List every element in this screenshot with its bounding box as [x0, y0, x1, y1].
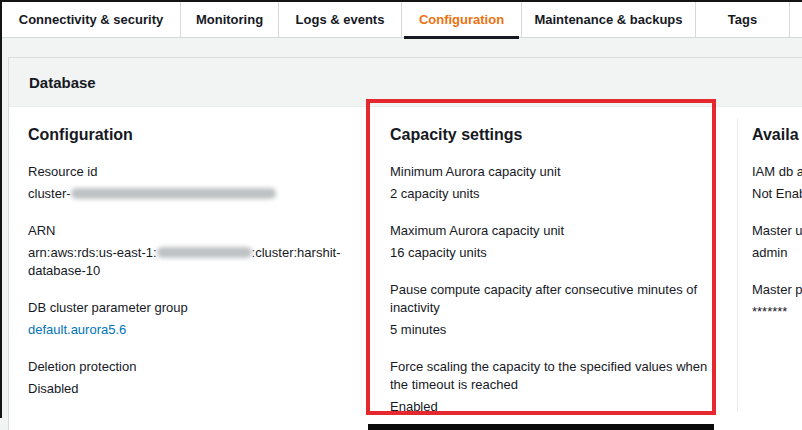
field-label: Master u: [752, 222, 802, 240]
redacted-value-blur: [71, 188, 276, 199]
tab-configuration[interactable]: Configuration: [402, 2, 522, 37]
field-label: Master p: [752, 281, 802, 299]
field-label: DB cluster parameter group: [28, 299, 360, 317]
configuration-column: Configuration Resource id cluster- ARN a…: [28, 107, 360, 417]
field-value: Not Enab: [752, 185, 802, 203]
field-value: 16 capacity units: [390, 244, 712, 262]
field-label: Force scaling the capacity to the specif…: [390, 358, 712, 394]
availability-heading: Availa: [752, 125, 802, 145]
tab-connectivity-security[interactable]: Connectivity & security: [2, 2, 181, 37]
configuration-heading: Configuration: [28, 125, 360, 145]
field-max-capacity: Maximum Aurora capacity unit 16 capacity…: [390, 222, 712, 262]
capacity-settings-column: Capacity settings Minimum Aurora capacit…: [390, 107, 712, 430]
field-resource-id: Resource id cluster-: [28, 163, 360, 203]
tab-monitoring[interactable]: Monitoring: [181, 2, 279, 37]
field-master-username: Master u admin: [752, 222, 802, 262]
field-iam-db-auth: IAM db a Not Enab: [752, 163, 802, 203]
value-text: cluster-: [28, 186, 71, 201]
bottom-black-bar: [368, 424, 714, 430]
field-value: *******: [752, 303, 802, 321]
field-value: Enabled: [390, 398, 712, 416]
capacity-settings-heading: Capacity settings: [390, 125, 712, 145]
field-label: Resource id: [28, 163, 360, 181]
field-label: IAM db a: [752, 163, 802, 181]
tab-logs-events[interactable]: Logs & events: [279, 2, 402, 37]
field-force-scaling: Force scaling the capacity to the specif…: [390, 358, 712, 416]
field-min-capacity: Minimum Aurora capacity unit 2 capacity …: [390, 163, 712, 203]
field-label: Minimum Aurora capacity unit: [390, 163, 712, 181]
field-value: default.aurora5.6: [28, 321, 360, 339]
field-pause-compute: Pause compute capacity after consecutive…: [390, 281, 712, 339]
detail-tabs: Connectivity & security Monitoring Logs …: [2, 2, 802, 38]
field-value: cluster-: [28, 185, 360, 203]
field-master-password: Master p *******: [752, 281, 802, 321]
value-text: arn:aws:rds:us-east-1:: [28, 245, 157, 260]
field-db-cluster-parameter-group: DB cluster parameter group default.auror…: [28, 299, 360, 339]
field-label: Maximum Aurora capacity unit: [390, 222, 712, 240]
parameter-group-link[interactable]: default.aurora5.6: [28, 322, 126, 337]
tab-maintenance-backups[interactable]: Maintenance & backups: [522, 2, 696, 37]
field-label: ARN: [28, 222, 360, 240]
field-value: admin: [752, 244, 802, 262]
screenshot-border-left: [0, 0, 2, 418]
panel-title: Database: [29, 74, 96, 91]
field-label: Deletion protection: [28, 358, 360, 376]
field-value: Disabled: [28, 380, 360, 398]
redacted-value-blur: [157, 247, 252, 258]
field-label: Pause compute capacity after consecutive…: [390, 281, 712, 317]
field-value: arn:aws:rds:us-east-1::cluster:harshit-d…: [28, 244, 360, 280]
column-divider: [737, 118, 738, 412]
field-arn: ARN arn:aws:rds:us-east-1::cluster:harsh…: [28, 222, 360, 280]
tab-tags[interactable]: Tags: [696, 2, 790, 37]
database-panel-header: Database: [9, 58, 802, 107]
field-deletion-protection: Deletion protection Disabled: [28, 358, 360, 398]
availability-column: Availa IAM db a Not Enab Master u admin …: [752, 107, 802, 340]
field-value: 2 capacity units: [390, 185, 712, 203]
field-value: 5 minutes: [390, 321, 712, 339]
